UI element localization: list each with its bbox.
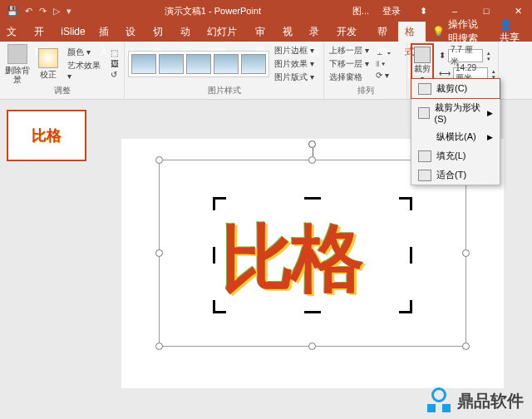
login-button[interactable]: 登录 xyxy=(377,3,406,19)
color-button[interactable]: 颜色 ▾ xyxy=(66,47,106,58)
crop-menu-crop[interactable]: 裁剪(C) xyxy=(411,78,500,99)
group-styles-label: 图片样式 xyxy=(128,84,320,97)
tab-view[interactable]: 视图 xyxy=(276,22,303,42)
picture-layout-button[interactable]: 图片版式 ▾ xyxy=(273,71,316,83)
slideshow-icon[interactable]: ▷ xyxy=(53,6,60,17)
app-name: PowerPoint xyxy=(214,6,261,16)
tab-home[interactable]: 开始 xyxy=(27,22,55,42)
send-backward-button[interactable]: 下移一层 ▾ xyxy=(328,58,371,70)
picture-styles-gallery[interactable] xyxy=(128,51,269,77)
redo-icon[interactable]: ↷ xyxy=(39,6,47,17)
slide-text: 比格 xyxy=(221,210,361,308)
crop-dropdown: 裁剪(C) 裁剪为形状(S)▶ 纵横比(A)▶ 填充(L) 适合(T) xyxy=(411,78,500,185)
crop-icon xyxy=(418,83,431,95)
close-button[interactable]: ✕ xyxy=(504,6,532,17)
resize-handle[interactable] xyxy=(462,343,470,350)
resize-handle[interactable] xyxy=(155,156,163,164)
tab-slideshow[interactable]: 幻灯片放映 xyxy=(200,22,249,42)
artistic-effects-button[interactable]: 艺术效果 ▾ xyxy=(66,60,106,81)
crop-menu-fill[interactable]: 填充(L) xyxy=(411,146,500,165)
tab-insert[interactable]: 插入 xyxy=(92,22,120,42)
crop-menu-aspect[interactable]: 纵横比(A)▶ xyxy=(411,127,500,146)
tab-developer[interactable]: 开发工具 xyxy=(330,22,371,42)
tab-format[interactable]: 格式 xyxy=(398,22,426,42)
save-icon[interactable]: 💾 xyxy=(7,6,18,17)
selection-pane-button[interactable]: 选择窗格 xyxy=(328,71,371,83)
watermark-logo-icon xyxy=(426,387,452,414)
tab-help[interactable]: 帮助 xyxy=(371,22,398,42)
group-adjust-label: 调整 xyxy=(3,84,121,97)
watermark: 鼎品软件 xyxy=(426,387,524,414)
compress-button[interactable]: ⬚ xyxy=(109,48,121,57)
resize-handle[interactable] xyxy=(155,249,163,257)
doc-title: 演示文稿1 xyxy=(165,6,206,16)
height-input[interactable]: 7.7 厘米 xyxy=(448,49,483,62)
picture-effects-button[interactable]: 图片效果 ▾ xyxy=(273,58,316,70)
fill-icon xyxy=(418,150,431,162)
resize-handle[interactable] xyxy=(155,343,163,350)
corrections-button[interactable]: 校正 xyxy=(34,48,62,79)
remove-background-button[interactable]: 删除背景 xyxy=(3,44,31,84)
minimize-button[interactable]: – xyxy=(441,6,469,16)
resize-handle[interactable] xyxy=(308,343,316,350)
height-icon: ⬍ xyxy=(439,51,446,60)
ribbon-options-icon[interactable]: ⬍ xyxy=(409,6,437,17)
qat-more-icon[interactable]: ▾ xyxy=(66,6,71,17)
width-icon: ⟷ xyxy=(439,69,451,78)
maximize-button[interactable]: □ xyxy=(472,6,500,16)
group-arrange-label: 排列 xyxy=(328,84,403,97)
context-tab-title: 图... xyxy=(347,3,374,19)
tab-islide[interactable]: iSlide xyxy=(54,22,91,42)
resize-handle[interactable] xyxy=(462,249,470,257)
crop-menu-fit[interactable]: 适合(T) xyxy=(411,165,500,185)
watermark-text: 鼎品软件 xyxy=(457,390,524,412)
tab-design[interactable]: 设计 xyxy=(119,22,146,42)
tab-record[interactable]: 录制 xyxy=(303,22,330,42)
rotate-handle[interactable] xyxy=(308,140,316,148)
reset-picture-button[interactable]: ↺ xyxy=(109,70,121,79)
tab-transitions[interactable]: 切换 xyxy=(146,22,174,42)
align-button[interactable]: ⫠ ▾ xyxy=(374,48,392,57)
share-button[interactable]: 👤 共享 xyxy=(491,19,532,45)
crop-menu-shape[interactable]: 裁剪为形状(S)▶ xyxy=(411,98,500,127)
slide-thumbnails: 比格 xyxy=(0,100,93,419)
picture-border-button[interactable]: 图片边框 ▾ xyxy=(273,45,316,57)
group-button[interactable]: ⫴ ▾ xyxy=(374,59,392,69)
tab-animations[interactable]: 动画 xyxy=(174,22,201,42)
shape-icon xyxy=(418,107,430,119)
resize-handle[interactable] xyxy=(308,156,316,164)
slide-thumbnail-1[interactable]: 比格 xyxy=(7,110,86,161)
bring-forward-button[interactable]: 上移一层 ▾ xyxy=(328,45,371,57)
change-picture-button[interactable]: 🖼 xyxy=(109,59,121,68)
rotate-button[interactable]: ⟳ ▾ xyxy=(374,71,392,80)
tab-review[interactable]: 审阅 xyxy=(249,22,276,42)
undo-icon[interactable]: ↶ xyxy=(25,6,32,17)
tab-file[interactable]: 文件 xyxy=(0,22,27,42)
fit-icon xyxy=(418,170,431,181)
